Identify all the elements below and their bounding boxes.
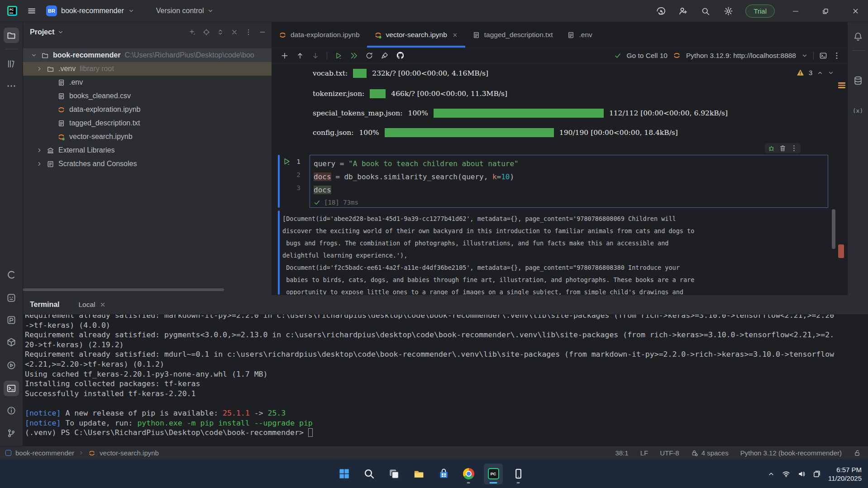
microsoft-store-icon[interactable] — [434, 464, 453, 484]
new-item-icon[interactable] — [189, 29, 196, 36]
kernel-selector[interactable]: Python 3.12.9: http://localhost:8888 — [686, 52, 796, 60]
tree-row[interactable]: .venvlibrary root — [23, 62, 272, 76]
status-item[interactable]: Python 3.12 (book-recommender) — [740, 449, 842, 457]
phone-link-icon[interactable] — [509, 464, 528, 484]
tree-row[interactable]: .env — [23, 76, 272, 89]
trial-badge[interactable]: Trial — [745, 5, 775, 18]
jupyter-server-icon — [673, 52, 681, 59]
close-button[interactable] — [843, 0, 868, 22]
chevron-right-icon[interactable] — [34, 161, 45, 167]
ai-assistant-tool-icon[interactable] — [4, 290, 19, 306]
run-all-cells-icon[interactable] — [350, 52, 358, 60]
move-cell-up-icon[interactable] — [296, 52, 304, 60]
tree-row[interactable]: data-exploration.ipynb — [23, 103, 272, 116]
problems-tool-icon[interactable] — [4, 403, 19, 418]
python-packages-tool-icon[interactable] — [4, 312, 19, 328]
clock[interactable]: 6:57 PM 11/20/2025 — [828, 465, 862, 483]
restore-button[interactable] — [813, 0, 838, 22]
status-item[interactable]: LF — [640, 449, 649, 457]
chevron-down-icon[interactable] — [29, 52, 39, 58]
tree-row[interactable]: book-recommenderC:\Users\RichardPius\Des… — [23, 48, 272, 62]
version-control-tool-icon[interactable] — [4, 426, 19, 441]
move-cell-down-icon[interactable] — [311, 52, 320, 60]
file-explorer-icon[interactable] — [409, 464, 428, 484]
expand-all-icon[interactable] — [217, 29, 224, 36]
debug-cell-icon[interactable] — [768, 144, 775, 152]
github-icon[interactable] — [396, 51, 405, 60]
terminal-title[interactable]: Terminal — [30, 301, 60, 309]
code-with-me-icon[interactable] — [674, 2, 692, 20]
select-opened-file-icon[interactable] — [203, 29, 210, 36]
editor-tab[interactable]: .env — [560, 22, 599, 48]
ai-assistant-icon[interactable] — [651, 2, 669, 20]
settings-gear-icon[interactable] — [719, 2, 737, 20]
dependencies-tool-icon[interactable] — [4, 335, 19, 350]
clear-outputs-icon[interactable] — [381, 52, 389, 60]
status-item[interactable] — [854, 450, 861, 457]
windows-start-icon[interactable] — [334, 464, 353, 484]
more-tool-windows-icon[interactable] — [4, 78, 19, 94]
project-panel-hscrollbar[interactable] — [23, 288, 224, 291]
database-tool-icon[interactable] — [850, 73, 866, 88]
task-view-icon[interactable] — [384, 464, 403, 484]
pycharm-taskbar-icon[interactable]: PC — [484, 464, 503, 484]
minimize-button[interactable] — [783, 0, 808, 22]
run-cell-icon[interactable] — [334, 52, 343, 60]
inspection-menu-icon[interactable] — [838, 82, 845, 88]
tree-row[interactable]: tagged_description.txt — [23, 116, 272, 130]
editor-scrollbar[interactable] — [832, 209, 835, 249]
terminal-tab-local[interactable]: Local — [79, 301, 106, 309]
collapse-all-icon[interactable] — [231, 29, 238, 36]
python-console-tool-icon[interactable] — [4, 267, 19, 282]
chevron-up-icon[interactable] — [817, 70, 823, 76]
vcs-widget[interactable]: Version control — [156, 7, 214, 15]
chevron-down-icon[interactable] — [828, 70, 834, 76]
volume-icon[interactable] — [797, 470, 806, 478]
jupyter-variables-tool-icon[interactable]: (x) — [850, 103, 866, 118]
inspections-widget[interactable]: 3 — [796, 69, 834, 77]
pycharm-logo: PC — [488, 468, 499, 479]
search-everywhere-icon[interactable] — [696, 2, 715, 20]
tree-row[interactable]: books_cleaned.csv — [23, 89, 272, 103]
project-tool-icon[interactable] — [4, 28, 19, 43]
status-item[interactable]: 38:1 — [615, 449, 628, 457]
chrome-icon[interactable] — [459, 464, 478, 484]
editor-tab[interactable]: vector-search.ipynb — [367, 22, 465, 48]
panel-options-icon[interactable] — [245, 29, 252, 36]
close-icon[interactable] — [100, 301, 106, 308]
close-tab-icon[interactable] — [452, 32, 458, 38]
tree-row[interactable]: vector-search.ipynb — [23, 130, 272, 144]
go-to-cell-link[interactable]: Go to Cell 10 — [627, 52, 668, 60]
project-switcher[interactable]: BR book-recommender — [46, 5, 134, 16]
jupyter-console-icon[interactable] — [819, 52, 827, 60]
services-tool-icon[interactable] — [4, 358, 19, 373]
restart-kernel-icon[interactable] — [365, 52, 373, 60]
windows-search-icon[interactable] — [359, 464, 378, 484]
status-item[interactable]: 4 spaces — [691, 449, 729, 457]
chevron-right-icon[interactable] — [34, 66, 45, 72]
wifi-icon[interactable] — [782, 470, 790, 478]
tree-row[interactable]: External Libraries — [23, 144, 272, 157]
bookmarks-tool-icon[interactable] — [4, 56, 19, 72]
notifications-icon[interactable] — [850, 29, 866, 44]
status-item[interactable]: UTF-8 — [660, 449, 679, 457]
terminal-tool-icon[interactable] — [4, 381, 19, 396]
add-cell-icon[interactable] — [281, 52, 289, 60]
cell-more-options-icon[interactable] — [790, 144, 798, 152]
more-options-icon[interactable] — [833, 52, 841, 60]
project-panel-title[interactable]: Project — [30, 28, 64, 36]
error-stripe-mark[interactable] — [838, 244, 844, 258]
main-menu-icon[interactable] — [27, 2, 36, 20]
code-cell[interactable]: query = "A book to teach children about … — [310, 155, 828, 208]
terminal-output[interactable]: Requirement already satisfied: markdown-… — [23, 315, 868, 446]
editor-tab[interactable]: tagged_description.txt — [465, 22, 560, 48]
delete-cell-icon[interactable] — [779, 144, 787, 152]
editor-tab[interactable]: data-exploration.ipynb — [272, 22, 367, 48]
hidden-icons-chevron[interactable] — [768, 470, 775, 478]
hide-panel-icon[interactable] — [259, 29, 266, 36]
tray-windows-icon[interactable] — [813, 470, 821, 478]
breadcrumb-file[interactable]: vector-search.ipynb — [100, 449, 159, 457]
breadcrumb-project[interactable]: book-recommender — [15, 449, 74, 457]
chevron-right-icon[interactable] — [34, 147, 45, 153]
tree-row[interactable]: Scratches and Consoles — [23, 157, 272, 171]
